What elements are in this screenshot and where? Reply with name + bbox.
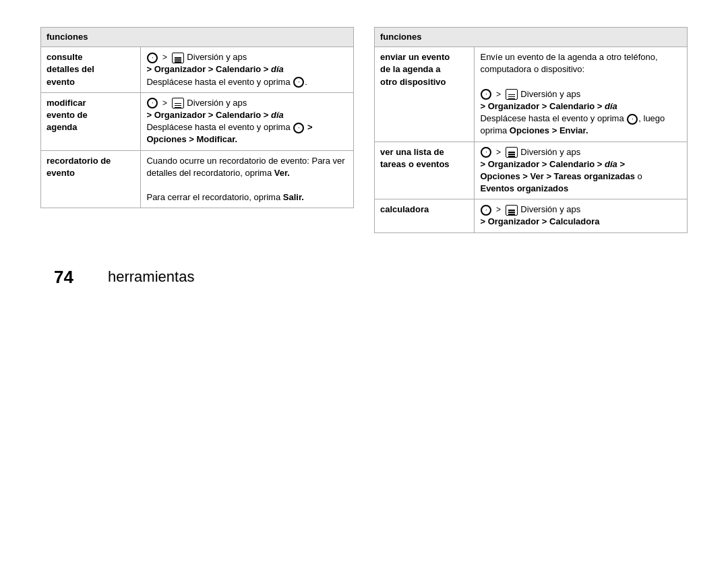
table-row: calculadora > Diversión y aps > Organiza…	[375, 199, 688, 232]
row-left-recordatorio: recordatorio deevento	[41, 150, 141, 208]
row-left-modificar: modificarevento deagenda	[41, 92, 141, 150]
table-row: recordatorio deevento Cuando ocurre un r…	[41, 150, 354, 208]
table-row: enviar un eventode la agenda aotro dispo…	[375, 47, 688, 142]
nav-icon-4	[627, 114, 638, 125]
row-left-consulte: consultedetalles delevento	[41, 47, 141, 93]
left-table: funciones consultedetalles delevento > D…	[40, 27, 354, 208]
menu-icon	[172, 53, 184, 63]
right-table-header: funciones	[375, 28, 688, 47]
nav-icon	[481, 147, 491, 158]
row-left-enviar: enviar un eventode la agenda aotro dispo…	[375, 47, 475, 142]
row-left-calculadora: calculadora	[375, 199, 475, 232]
page-label: herramientas	[108, 268, 194, 286]
page-number: 74	[54, 267, 88, 288]
row-right-ver: > Diversión y aps > Organizador > Calend…	[475, 142, 688, 199]
row-right-modificar: > Diversión y aps > Organizador > Calend…	[141, 92, 354, 150]
table-row: modificarevento deagenda > Diversión y a…	[41, 92, 354, 150]
nav-icon-2	[293, 77, 304, 88]
nav-icon	[481, 205, 491, 216]
menu-icon	[506, 205, 518, 216]
footer: 74 herramientas	[40, 267, 688, 288]
row-right-enviar: Envíe un evento de la agenda a otro telé…	[475, 47, 688, 142]
nav-icon	[481, 89, 491, 100]
table-row: ver una lista detareas o eventos > Diver…	[375, 142, 688, 199]
nav-icon-3	[293, 123, 304, 133]
nav-icon	[147, 98, 158, 108]
row-right-recordatorio: Cuando ocurre un recordatorio de evento:…	[141, 150, 354, 208]
table-row: consultedetalles delevento > Diversión y…	[41, 47, 354, 93]
left-table-header: funciones	[41, 28, 354, 47]
tables-container: funciones consultedetalles delevento > D…	[40, 27, 688, 233]
nav-icon	[147, 53, 158, 63]
menu-icon	[506, 147, 518, 158]
menu-icon	[172, 98, 184, 108]
row-left-ver: ver una lista detareas o eventos	[375, 142, 475, 199]
menu-icon	[506, 89, 518, 100]
right-table: funciones enviar un eventode la agenda a…	[374, 27, 688, 233]
right-header-label: funciones	[375, 28, 688, 47]
left-header-label: funciones	[41, 28, 354, 47]
row-right-consulte: > Diversión y aps > Organizador > Calend…	[141, 47, 354, 93]
row-right-calculadora: > Diversión y aps > Organizador > Calcul…	[475, 199, 688, 232]
